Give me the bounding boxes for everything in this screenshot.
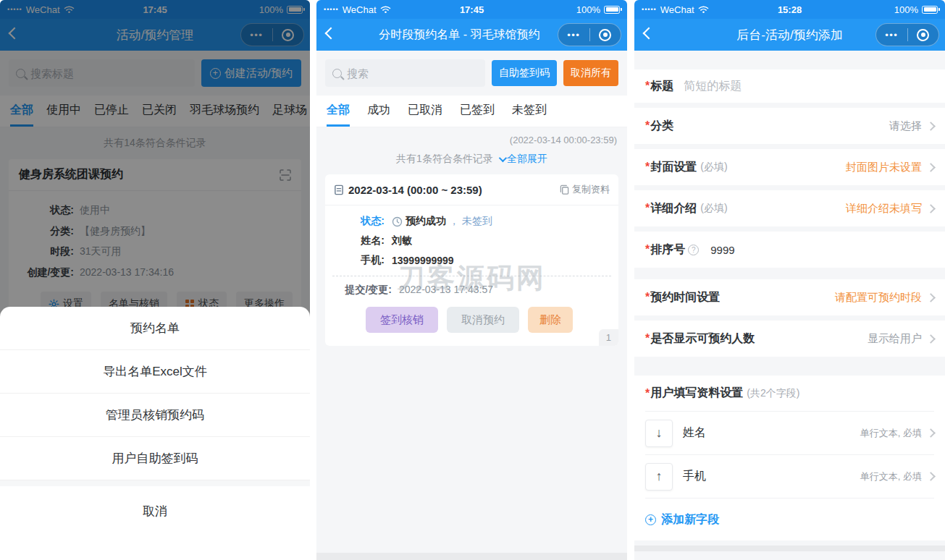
result-count-row: 共有1条符合条件记录 全部展开 bbox=[316, 145, 627, 174]
field-meta: 单行文本, 必填 bbox=[860, 427, 922, 440]
tab-cancelled[interactable]: 已取消 bbox=[408, 96, 442, 127]
user-fields-header: * 用户填写资料设置 (共2个字段) bbox=[645, 376, 934, 412]
time-setting-label: 预约时间设置 bbox=[650, 290, 720, 305]
detail-row[interactable]: * 详细介绍 (必填) 详细介绍未填写 bbox=[645, 190, 934, 226]
wechat-capsule: ••• bbox=[558, 23, 621, 46]
sheet-item-reservation-list[interactable]: 预约名单 bbox=[0, 307, 310, 350]
required-mark: * bbox=[645, 80, 650, 93]
cover-row[interactable]: * 封面设置 (必填) 封面图片未设置 bbox=[645, 149, 934, 185]
filter-tabs: 全部 成功 已取消 已签到 未签到 bbox=[316, 96, 627, 127]
self-checkin-code-button[interactable]: 自助签到码 bbox=[492, 60, 557, 86]
result-count: 共有1条符合条件记录 bbox=[396, 153, 493, 166]
wifi-icon bbox=[698, 5, 709, 14]
group-time-setting: * 预约时间设置 请配置可预约时段 bbox=[634, 279, 945, 315]
nav-bar: 分时段预约名单 - 羽毛球馆预约 ••• bbox=[316, 19, 627, 51]
dashed-divider bbox=[332, 276, 611, 276]
group-show-count: * 是否显示可预约人数 显示给用户 bbox=[634, 321, 945, 357]
tab-success[interactable]: 成功 bbox=[367, 96, 390, 127]
close-miniprogram-icon[interactable] bbox=[590, 29, 621, 41]
close-miniprogram-icon[interactable] bbox=[908, 29, 939, 41]
group-user-fields: * 用户填写资料设置 (共2个字段) ↓ 姓名 单行文本, 必填 ↑ 手机 bbox=[634, 376, 945, 540]
tab-not-checked-in[interactable]: 未签到 bbox=[512, 96, 547, 127]
detail-note: (必填) bbox=[700, 202, 727, 215]
sort-row: * 排序号 9999 bbox=[645, 232, 934, 268]
field-row-phone[interactable]: ↑ 手机 单行文本, 必填 bbox=[645, 455, 934, 499]
checkin-verify-button[interactable]: 签到核销 bbox=[366, 307, 438, 333]
user-fields-label: 用户填写资料设置 bbox=[650, 386, 743, 401]
action-sheet: 预约名单 导出名单Excel文件 管理员核销预约码 用户自助签到码 取消 bbox=[0, 307, 310, 536]
tab-all[interactable]: 全部 bbox=[327, 96, 350, 127]
sheet-item-admin-verify-code[interactable]: 管理员核销预约码 bbox=[0, 394, 310, 437]
row-status: 状态: 预约成功 ， 未签到 bbox=[325, 215, 618, 228]
cover-label: 封面设置 bbox=[650, 160, 697, 175]
expand-all-link[interactable]: 全部展开 bbox=[499, 153, 547, 166]
category-value: 请选择 bbox=[889, 119, 922, 133]
show-count-label: 是否显示可预约人数 bbox=[650, 331, 755, 347]
panel-activity-add-form: ••••• WeChat 15:28 100% 后台-活动/预约添加 ••• *… bbox=[634, 0, 945, 560]
page-title: 后台-活动/预约添加 bbox=[736, 27, 842, 43]
field-name: 姓名 bbox=[683, 425, 706, 441]
carrier-label: WeChat bbox=[660, 4, 694, 15]
nav-bar: 后台-活动/预约添加 ••• bbox=[634, 19, 945, 51]
signal-dots-icon: ••••• bbox=[324, 6, 339, 13]
chevron-right-icon bbox=[926, 293, 936, 302]
show-count-value: 显示给用户 bbox=[868, 332, 922, 346]
sort-value[interactable]: 9999 bbox=[710, 244, 734, 256]
status-bar: ••••• WeChat 15:28 100% bbox=[634, 0, 945, 19]
page-number-badge: 1 bbox=[599, 329, 618, 346]
battery-icon bbox=[604, 6, 620, 14]
back-chevron-icon[interactable] bbox=[325, 27, 337, 40]
status-note: 未签到 bbox=[462, 215, 492, 228]
show-count-row[interactable]: * 是否显示可预约人数 显示给用户 bbox=[645, 321, 934, 357]
back-chevron-icon[interactable] bbox=[643, 27, 655, 40]
status-bar: ••••• WeChat 17:45 100% bbox=[316, 0, 627, 19]
battery-percent: 100% bbox=[576, 4, 600, 15]
field-meta: 单行文本, 必填 bbox=[860, 470, 922, 483]
sheet-item-self-checkin-code[interactable]: 用户自助签到码 bbox=[0, 437, 310, 480]
copy-info-button[interactable]: 复制资料 bbox=[560, 183, 610, 196]
tab-checked-in[interactable]: 已签到 bbox=[460, 96, 495, 127]
user-fields-note: (共2个字段) bbox=[747, 387, 799, 400]
cancel-reservation-button[interactable]: 取消预约 bbox=[447, 307, 519, 333]
cancel-all-button[interactable]: 取消所有 bbox=[563, 60, 618, 86]
time-setting-value: 请配置可预约时段 bbox=[835, 291, 922, 305]
category-row[interactable]: * 分类 请选择 bbox=[645, 108, 934, 144]
bottom-strip bbox=[316, 553, 627, 560]
panel-reservation-roster: ••••• WeChat 17:45 100% 分时段预约名单 - 羽毛球馆预约… bbox=[316, 0, 627, 560]
group-category: * 分类 请选择 bbox=[634, 108, 945, 144]
move-down-button[interactable]: ↓ bbox=[645, 420, 673, 447]
more-menu-icon[interactable]: ••• bbox=[876, 30, 907, 41]
title-input[interactable] bbox=[684, 80, 934, 93]
field-row-name[interactable]: ↓ 姓名 单行文本, 必填 bbox=[645, 412, 934, 455]
chevron-right-icon bbox=[926, 334, 936, 344]
add-form: * 标题 * 分类 请选择 * bbox=[634, 51, 945, 551]
search-icon bbox=[332, 69, 342, 78]
status-time: 17:45 bbox=[460, 4, 484, 15]
detail-label: 详细介绍 bbox=[650, 201, 697, 216]
add-field-button[interactable]: 添加新字段 bbox=[645, 499, 934, 540]
move-up-button[interactable]: ↑ bbox=[645, 463, 673, 491]
time-setting-row[interactable]: * 预约时间设置 请配置可预约时段 bbox=[645, 279, 934, 315]
bottom-strip bbox=[634, 546, 945, 551]
help-icon[interactable] bbox=[688, 245, 699, 255]
category-label: 分类 bbox=[650, 119, 673, 134]
more-menu-icon[interactable]: ••• bbox=[558, 30, 589, 41]
wechat-capsule: ••• bbox=[875, 23, 939, 46]
sort-label: 排序号 bbox=[650, 242, 685, 258]
cover-value: 封面图片未设置 bbox=[846, 161, 922, 174]
row-submitted: 提交/变更: 2022-03-13 17:43:57 bbox=[325, 284, 618, 297]
sheet-item-export-excel[interactable]: 导出名单Excel文件 bbox=[0, 350, 310, 394]
group-cover: * 封面设置 (必填) 封面图片未设置 bbox=[634, 149, 945, 185]
status-time: 15:28 bbox=[778, 4, 802, 15]
copy-icon bbox=[560, 184, 569, 195]
group-sort: * 排序号 9999 bbox=[634, 232, 945, 268]
plus-circle-icon bbox=[645, 514, 656, 525]
delete-button[interactable]: 删除 bbox=[528, 307, 573, 333]
sheet-cancel-button[interactable]: 取消 bbox=[0, 486, 310, 536]
sheet-divider bbox=[0, 480, 310, 486]
search-toolbar: 自助签到码 取消所有 bbox=[316, 51, 627, 87]
battery-icon bbox=[922, 6, 938, 14]
signal-dots-icon: ••••• bbox=[642, 6, 657, 13]
search-input[interactable] bbox=[347, 67, 478, 80]
page-title: 分时段预约名单 - 羽毛球馆预约 bbox=[379, 27, 539, 43]
